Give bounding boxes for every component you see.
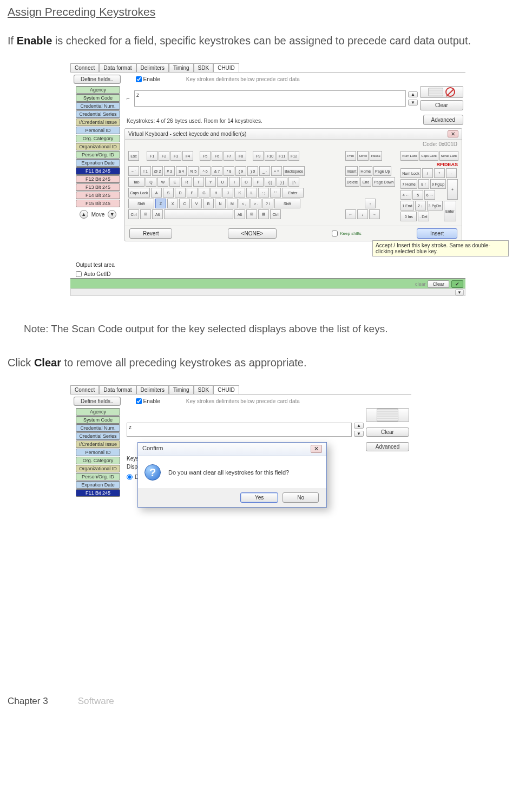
- keyboard-and-noentry[interactable]: [420, 86, 463, 98]
- key-delete[interactable]: Delete: [345, 177, 359, 187]
- key-num0[interactable]: 0 Ins: [400, 212, 417, 221]
- keyboard-icon-box[interactable]: [366, 408, 409, 422]
- key[interactable]: % 5: [188, 166, 199, 176]
- key[interactable]: Q: [146, 177, 156, 187]
- dialog-yes-button[interactable]: Yes: [240, 492, 278, 503]
- key-numenter[interactable]: Enter: [444, 201, 456, 221]
- key[interactable]: # 3: [164, 166, 175, 176]
- key[interactable]: + =: [271, 166, 282, 176]
- keep-shifts-checkbox-wrap[interactable]: Keep shifts: [332, 231, 362, 236]
- key-pagedown[interactable]: Page Down: [372, 177, 395, 187]
- move-up-button[interactable]: ▲: [80, 210, 88, 219]
- revert-button[interactable]: Revert: [129, 228, 172, 239]
- virtkb-close-icon[interactable]: ✕: [448, 130, 458, 137]
- none-button[interactable]: <NONE>: [228, 228, 277, 239]
- key[interactable]: Ctrl: [128, 209, 139, 219]
- key[interactable]: ? /: [262, 199, 273, 208]
- keystroke-display-2[interactable]: z: [127, 423, 352, 437]
- field-credential-num[interactable]: Credential Num.: [76, 102, 120, 110]
- key[interactable]: H: [211, 188, 221, 198]
- key[interactable]: Z: [155, 199, 166, 208]
- field-credential-series[interactable]: Credential Series: [76, 110, 120, 118]
- key[interactable]: O: [241, 177, 252, 187]
- scroll-up-2[interactable]: ▲: [354, 423, 364, 429]
- key[interactable]: U: [217, 177, 228, 187]
- enable-checkbox-2[interactable]: [136, 398, 142, 404]
- key[interactable]: W: [157, 177, 168, 187]
- auto-getid-wrap[interactable]: Auto GetID: [76, 271, 115, 277]
- key[interactable]: B: [203, 199, 214, 208]
- tab-data-format[interactable]: Data format: [99, 63, 136, 72]
- key-f12[interactable]: F12: [288, 151, 299, 161]
- key[interactable]: E: [169, 177, 180, 187]
- key-num6[interactable]: 6 →: [424, 190, 435, 200]
- key-numplus[interactable]: +: [447, 179, 458, 200]
- key-esc[interactable]: Esc: [128, 151, 139, 161]
- key-num2[interactable]: 2 ↓: [415, 201, 426, 211]
- key-f9[interactable]: F9: [253, 151, 264, 161]
- key-home[interactable]: Home: [359, 166, 372, 176]
- field-item-selected[interactable]: F11 Bit 245: [76, 489, 120, 497]
- key[interactable]: Caps Lock: [128, 188, 150, 198]
- tab-data-format-2[interactable]: Data format: [99, 385, 136, 394]
- key-right[interactable]: →: [369, 209, 380, 219]
- key[interactable]: A: [151, 188, 162, 198]
- key-num7[interactable]: 7 Home: [400, 179, 417, 189]
- field-person-org-id[interactable]: Person/Org. ID: [76, 151, 120, 159]
- key[interactable]: J: [222, 188, 233, 198]
- key[interactable]: P: [253, 177, 264, 187]
- key-f10[interactable]: F10: [265, 151, 275, 161]
- tab-connect-2[interactable]: Connect: [70, 385, 99, 394]
- key-numlock[interactable]: Num Lock: [400, 168, 421, 178]
- key[interactable]: ^ 6: [200, 166, 211, 176]
- key[interactable]: * 8: [224, 166, 234, 176]
- key[interactable]: ▤: [258, 209, 269, 219]
- key[interactable]: Alt: [234, 209, 245, 219]
- key-f4[interactable]: F4: [182, 151, 193, 161]
- key-num9[interactable]: 9 PgUp: [430, 179, 446, 189]
- keystroke-display[interactable]: z: [134, 90, 406, 107]
- field-personal-id[interactable]: Personal ID: [76, 127, 120, 134]
- key[interactable]: D: [175, 188, 186, 198]
- key[interactable]: [164, 209, 233, 219]
- key[interactable]: Ctrl: [270, 209, 281, 219]
- field-item[interactable]: Agency: [76, 408, 120, 416]
- key[interactable]: Backspace: [283, 166, 305, 176]
- define-fields-button-2[interactable]: Define fields..: [74, 397, 121, 406]
- key[interactable]: K: [234, 188, 245, 198]
- key[interactable]: M: [227, 199, 238, 208]
- key-left[interactable]: ←: [345, 209, 356, 219]
- key[interactable]: ⊞: [246, 209, 257, 219]
- key[interactable]: _ -: [259, 166, 270, 176]
- field-f14[interactable]: F14 Bit 245: [76, 192, 120, 199]
- key-f8[interactable]: F8: [235, 151, 246, 161]
- bottom-scrollbar[interactable]: ▼: [70, 288, 465, 296]
- key[interactable]: ( 9: [235, 166, 246, 176]
- key-f7[interactable]: F7: [224, 151, 234, 161]
- field-item[interactable]: System Code: [76, 416, 120, 424]
- tab-timing[interactable]: Timing: [169, 63, 194, 72]
- field-system-code[interactable]: System Code: [76, 94, 120, 102]
- key[interactable]: C: [179, 199, 190, 208]
- tab-chuid-2[interactable]: CHUID: [213, 385, 239, 394]
- key-numdot[interactable]: . Del: [418, 212, 429, 221]
- field-f13[interactable]: F13 Bit 245: [76, 183, 120, 191]
- tab-sdk[interactable]: SDK: [194, 63, 214, 72]
- field-f15[interactable]: F15 Bit 245: [76, 200, 120, 207]
- key-num5[interactable]: 5: [412, 190, 423, 200]
- key[interactable]: Alt: [152, 209, 163, 219]
- status-check-icon[interactable]: ✔: [451, 280, 463, 288]
- key-f3[interactable]: F3: [170, 151, 181, 161]
- key-end[interactable]: End: [360, 177, 371, 187]
- field-expiration-date[interactable]: Expiration Date: [76, 159, 120, 167]
- move-down-button[interactable]: ▼: [108, 210, 116, 219]
- scroll-down-2[interactable]: ▼: [354, 431, 364, 437]
- key-f6[interactable]: F6: [212, 151, 222, 161]
- scroll-down[interactable]: ▼: [408, 100, 418, 106]
- key[interactable]: L: [246, 188, 257, 198]
- field-item[interactable]: Organizational ID: [76, 465, 120, 472]
- clear-button[interactable]: Clear: [420, 100, 463, 110]
- key[interactable]: $ 4: [176, 166, 187, 176]
- enable-checkbox-wrap-2[interactable]: Enable: [136, 398, 160, 404]
- clear-button-2[interactable]: Clear: [366, 427, 409, 437]
